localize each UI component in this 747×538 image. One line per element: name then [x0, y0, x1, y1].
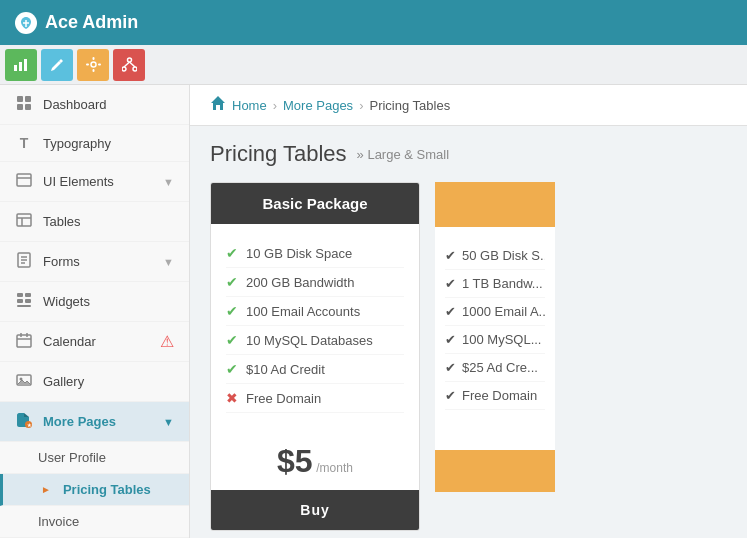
sidebar-item-gallery[interactable]: Gallery	[0, 362, 189, 402]
feature-text-3: 100 Email Accounts	[246, 304, 360, 319]
breadcrumb-more-pages[interactable]: More Pages	[283, 98, 353, 113]
feature-text-2: 200 GB Bandwidth	[246, 275, 354, 290]
toolbar-btn-edit[interactable]	[41, 49, 73, 81]
svg-rect-30	[17, 305, 31, 307]
toolbar-btn-settings[interactable]	[77, 49, 109, 81]
svg-rect-6	[86, 64, 89, 66]
sidebar-item-more-pages-label: More Pages	[43, 414, 116, 429]
basic-package-card: Basic Package ✔ 10 GB Disk Space ✔ 200 G…	[210, 182, 420, 531]
widgets-icon	[15, 292, 33, 311]
premium-feature-text-2: 1 TB Bandw...	[462, 276, 543, 291]
premium-card-header	[435, 182, 555, 227]
page-subtitle: » Large & Small	[357, 147, 450, 162]
svg-rect-16	[25, 104, 31, 110]
basic-buy-button[interactable]: Buy	[211, 490, 419, 530]
sidebar-item-ui-elements[interactable]: UI Elements ▼	[0, 162, 189, 202]
breadcrumb-sep-2: ›	[359, 98, 363, 113]
svg-rect-0	[14, 65, 17, 71]
svg-rect-5	[92, 69, 94, 72]
premium-feature-text-3: 1000 Email A...	[462, 304, 545, 319]
premium-buy-button-partial	[435, 450, 555, 492]
svg-point-9	[122, 67, 126, 71]
pricing-tables-label: Pricing Tables	[63, 482, 151, 497]
feature-mysql: ✔ 10 MySQL Databases	[226, 326, 404, 355]
page-title: Pricing Tables » Large & Small	[210, 141, 727, 167]
breadcrumb-home[interactable]: Home	[232, 98, 267, 113]
svg-rect-31	[17, 335, 31, 347]
toolbar-btn-chart[interactable]	[5, 49, 37, 81]
sidebar-sub-invoice[interactable]: Invoice	[0, 506, 189, 538]
premium-price-row	[435, 425, 555, 450]
top-bar: Ace Admin	[0, 0, 747, 45]
svg-point-3	[91, 62, 96, 67]
basic-price-row: $5 /month	[211, 428, 419, 490]
breadcrumb-current: Pricing Tables	[369, 98, 450, 113]
svg-rect-28	[17, 299, 23, 303]
svg-rect-29	[25, 299, 31, 303]
sidebar-item-typography[interactable]: T Typography	[0, 125, 189, 162]
user-profile-label: User Profile	[38, 450, 106, 465]
svg-rect-7	[98, 64, 101, 66]
premium-feature-2: ✔ 1 TB Bandw...	[445, 270, 545, 298]
svg-point-8	[127, 58, 131, 62]
svg-rect-1	[19, 62, 22, 71]
sidebar-item-tables-label: Tables	[43, 214, 81, 229]
forms-icon	[15, 252, 33, 271]
sidebar-item-more-pages[interactable]: ★ More Pages ▼	[0, 402, 189, 442]
basic-price-amount: $5	[277, 443, 313, 479]
ui-elements-chevron: ▼	[163, 176, 174, 188]
card-spacer	[420, 182, 435, 531]
dashboard-icon	[15, 95, 33, 114]
check-icon-3: ✔	[226, 303, 238, 319]
premium-check-3: ✔	[445, 304, 456, 319]
feature-disk-space: ✔ 10 GB Disk Space	[226, 239, 404, 268]
sidebar-sub-pricing-tables[interactable]: ► Pricing Tables	[0, 474, 189, 506]
feature-text-5: $10 Ad Credit	[246, 362, 325, 377]
sidebar-item-calendar-label: Calendar	[43, 334, 96, 349]
more-pages-chevron: ▼	[163, 416, 174, 428]
premium-features-partial: ✔ 50 GB Disk S... ✔ 1 TB Bandw... ✔ 1000…	[435, 227, 555, 425]
breadcrumb: Home › More Pages › Pricing Tables	[190, 85, 747, 126]
sidebar-item-forms[interactable]: Forms ▼	[0, 242, 189, 282]
feature-text-1: 10 GB Disk Space	[246, 246, 352, 261]
svg-rect-2	[24, 59, 27, 71]
sidebar-item-dashboard-label: Dashboard	[43, 97, 107, 112]
svg-rect-17	[17, 174, 31, 186]
tables-icon	[15, 212, 33, 231]
premium-feature-text-6: Free Domain	[462, 388, 537, 403]
invoice-label: Invoice	[38, 514, 79, 529]
sidebar-item-tables[interactable]: Tables	[0, 202, 189, 242]
svg-rect-27	[25, 293, 31, 297]
check-icon-2: ✔	[226, 274, 238, 290]
premium-feature-text-1: 50 GB Disk S...	[462, 248, 545, 263]
check-icon-1: ✔	[226, 245, 238, 261]
svg-rect-19	[17, 214, 31, 226]
sidebar-sub-user-profile[interactable]: User Profile	[0, 442, 189, 474]
premium-check-5: ✔	[445, 360, 456, 375]
svg-point-10	[133, 67, 137, 71]
basic-header-text: Basic Package	[262, 195, 367, 212]
sidebar-item-widgets-label: Widgets	[43, 294, 90, 309]
basic-card-header: Basic Package	[211, 183, 419, 224]
page-content: Pricing Tables » Large & Small Basic Pac…	[190, 126, 747, 538]
toolbar-btn-network[interactable]	[113, 49, 145, 81]
svg-rect-4	[92, 57, 94, 60]
svg-rect-15	[17, 104, 23, 110]
sidebar-item-widgets[interactable]: Widgets	[0, 282, 189, 322]
typography-icon: T	[15, 135, 33, 151]
svg-line-12	[129, 62, 135, 67]
premium-check-2: ✔	[445, 276, 456, 291]
sidebar-item-calendar[interactable]: Calendar ⚠	[0, 322, 189, 362]
active-arrow-icon: ►	[41, 484, 51, 495]
breadcrumb-sep-1: ›	[273, 98, 277, 113]
check-icon-5: ✔	[226, 361, 238, 377]
basic-price-period: /month	[316, 461, 353, 475]
sidebar-item-dashboard[interactable]: Dashboard	[0, 85, 189, 125]
premium-feature-3: ✔ 1000 Email A...	[445, 298, 545, 326]
gallery-icon	[15, 372, 33, 391]
sidebar: Dashboard T Typography UI Elements ▼	[0, 85, 190, 538]
sidebar-item-ui-elements-label: UI Elements	[43, 174, 114, 189]
basic-card-features: ✔ 10 GB Disk Space ✔ 200 GB Bandwidth ✔ …	[211, 224, 419, 428]
pricing-container: Basic Package ✔ 10 GB Disk Space ✔ 200 G…	[210, 182, 727, 531]
forms-chevron: ▼	[163, 256, 174, 268]
